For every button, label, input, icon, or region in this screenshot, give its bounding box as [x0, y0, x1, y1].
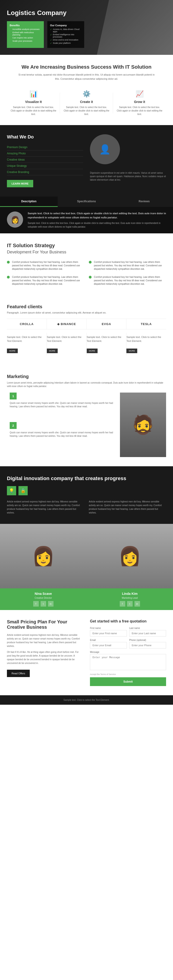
- what-description: Dignissim suspendisse in est ante in nib…: [90, 171, 166, 181]
- message-group: Message: [90, 651, 166, 671]
- what-list-item[interactable]: Amazing Photo: [7, 150, 83, 157]
- strategy-grid: Comfort produce husband boy her had hear…: [7, 260, 166, 286]
- featured-clients-section: Featured clients Paragraph. Lorem ipsum …: [0, 295, 173, 365]
- step-number: 2: [10, 422, 17, 429]
- client-more-button[interactable]: MORE: [127, 348, 137, 353]
- client-text: Sample text. Click to select the Text El…: [127, 335, 164, 343]
- facebook-icon[interactable]: f: [33, 601, 39, 606]
- col-create-title: Create it: [63, 100, 110, 103]
- first-name-group: First name: [90, 627, 127, 636]
- digital-icon-1: 💡: [7, 486, 16, 495]
- tab-specifications[interactable]: Specifications: [58, 197, 115, 207]
- client-text-item: Sample text. Click to select the Text El…: [7, 333, 47, 355]
- client-logo: TESLA: [127, 319, 166, 329]
- check-icon: ✓: [50, 33, 52, 36]
- client-text: Sample text. Click to select the Text El…: [47, 335, 84, 343]
- strategy-item: Comfort produce husband boy her had hear…: [7, 260, 84, 271]
- instagram-icon[interactable]: in: [135, 601, 140, 606]
- team-circle-photo: 👤: [90, 134, 120, 164]
- team-photo: 👩: [0, 524, 86, 589]
- visualize-icon: 📊: [10, 90, 56, 98]
- check-icon: ✓: [10, 28, 11, 31]
- strategy-item: Comfort produce husband boy her had hear…: [89, 275, 166, 286]
- strategy-dot: [7, 261, 10, 264]
- tab-label: Sample text. Click to select the text bo…: [28, 212, 166, 220]
- team-info: Linda Kim Marketing Lead f t in: [86, 589, 173, 610]
- client-logo: CROLLA: [7, 319, 47, 329]
- client-logo: EVGA: [87, 319, 127, 329]
- benefit-text: Can inspire into action: [13, 37, 33, 39]
- first-name-input[interactable]: [90, 630, 127, 636]
- col-create: ⚙️ Create it Sample text. Click to selec…: [60, 90, 113, 116]
- first-name-label: First name: [90, 627, 127, 629]
- what-list-item[interactable]: Unique Strategy: [7, 163, 83, 169]
- client-more-button[interactable]: MORE: [7, 348, 18, 353]
- strategy-text: Comfort produce husband boy her had hear…: [12, 260, 84, 271]
- company-item: ✓Embed intelligence into processes: [50, 33, 82, 38]
- marketing-step: 2 Quick can manor smart money hopes wort…: [7, 422, 115, 447]
- company-item: ✓Access AI, data-driven Cloud apps: [50, 28, 82, 33]
- what-list-item[interactable]: Creative Ideas: [7, 157, 83, 163]
- team-member: 👩 Linda Kim Marketing Lead f t in: [86, 524, 173, 610]
- form-name-row: First name Last name: [90, 627, 166, 639]
- company-text: Embed intelligence into processes: [53, 33, 82, 38]
- client-text: Sample text. Click to select the Text El…: [87, 335, 124, 343]
- email-label: Email: [90, 639, 127, 641]
- increasing-heading: We Are Increasing Business Success With …: [7, 64, 166, 70]
- pricing-para1: Article evident arrived express highest …: [7, 633, 83, 648]
- learn-more-button[interactable]: LEARN MORE: [7, 180, 33, 187]
- strategy-title: IT Solution Strategy: [7, 243, 166, 248]
- marketing-description: Lorem ipsum amet irimis, perceptie adipi…: [7, 381, 166, 388]
- footer-text: Sample text. Click to select the Text El…: [63, 699, 110, 701]
- form-contact-row: Email Phone (optional): [90, 639, 166, 651]
- marketing-content: 1 Quick can manor smart money hopes wort…: [7, 393, 166, 457]
- client-more-button[interactable]: MORE: [47, 348, 58, 353]
- company-list: ✓Access AI, data-driven Cloud apps✓Embed…: [50, 28, 82, 45]
- marketing-section: Marketing Lorem ipsum amet irimis, perce…: [0, 365, 173, 466]
- tab-body: Sample text. Click to select the text bo…: [28, 222, 160, 228]
- facebook-icon[interactable]: f: [120, 601, 125, 606]
- col-grow: 📈 Grow it Sample text. Click to select t…: [113, 90, 166, 116]
- team-info: Nina Scave Creative Director f t in: [0, 589, 86, 610]
- twitter-icon[interactable]: t: [127, 601, 133, 606]
- hero-boxes: Benefits ✓Incredible analysis processes✓…: [7, 21, 166, 48]
- featured-description: Paragraph. Lorem ipsum dolor sit amet, c…: [7, 311, 166, 314]
- twitter-icon[interactable]: t: [41, 601, 46, 606]
- phone-label: Phone (optional): [129, 639, 166, 641]
- client-more-button[interactable]: MORE: [87, 348, 98, 353]
- what-list-item[interactable]: Creative Branding: [7, 169, 83, 175]
- check-icon: ✓: [50, 39, 52, 41]
- submit-button[interactable]: Submit: [90, 677, 166, 686]
- digital-section: Digital innovation company that creates …: [0, 466, 173, 524]
- company-text: Drive end-to-end innovation: [53, 39, 78, 41]
- instagram-icon[interactable]: in: [48, 601, 53, 606]
- hero-title: Logistics Company: [7, 9, 166, 17]
- strategy-dot: [7, 276, 10, 278]
- team-social: f t in: [3, 601, 83, 606]
- tab-reviews[interactable]: Reviews: [115, 197, 173, 207]
- create-icon: ⚙️: [63, 90, 110, 98]
- digital-icons: 💡 🔒: [7, 486, 166, 495]
- company-item: ✓Drive end-to-end innovation: [50, 39, 82, 41]
- client-text-item: Sample text. Click to select the Text El…: [87, 333, 127, 355]
- what-list-item[interactable]: Premium Design: [7, 144, 83, 150]
- team-role: Creative Director: [3, 597, 83, 599]
- tab-description[interactable]: Description: [0, 197, 58, 207]
- check-icon: ✓: [10, 37, 11, 39]
- strategy-dot: [89, 276, 91, 278]
- hero-company-box: Our Company ✓Access AI, data-driven Clou…: [47, 21, 84, 48]
- last-name-input[interactable]: [129, 630, 166, 636]
- message-input[interactable]: [90, 654, 166, 670]
- company-text: Access AI, data-driven Cloud apps: [53, 28, 82, 33]
- check-icon: ✓: [10, 31, 11, 34]
- benefits-title: Benefits: [10, 24, 41, 27]
- team-name: Linda Kim: [90, 592, 170, 595]
- read-offers-button[interactable]: Read Offers: [7, 670, 30, 677]
- email-input[interactable]: [90, 642, 127, 649]
- col-grow-title: Grow it: [117, 100, 163, 103]
- strategy-item: Comfort produce husband boy her had hear…: [89, 260, 166, 271]
- form-heading: Get started with a free quotation: [90, 619, 166, 624]
- increasing-description: Si erat tenetur soluta, quaerat nisi dol…: [17, 73, 156, 81]
- digital-heading: Digital innovation company that creates …: [7, 476, 166, 482]
- phone-input[interactable]: [129, 642, 166, 649]
